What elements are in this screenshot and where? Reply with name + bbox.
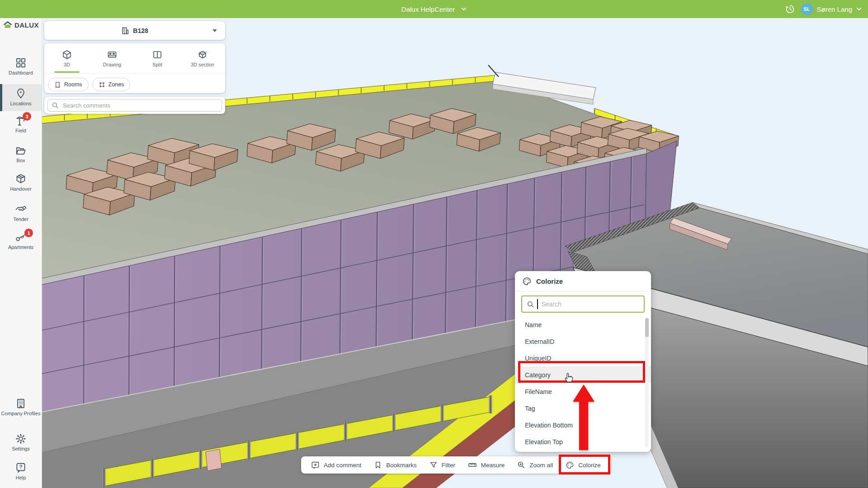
scrollbar-thumb[interactable] — [645, 318, 649, 337]
company-building-icon — [15, 398, 27, 409]
popup-title: Colorize — [536, 277, 563, 285]
avatar: SL — [801, 3, 813, 15]
apartments-badge: 1 — [24, 229, 33, 237]
handshake-icon — [15, 203, 27, 215]
helpcenter-menu[interactable]: Dalux HelpCenter — [0, 0, 868, 18]
sidebar-item-dashboard[interactable]: Dashboard — [0, 57, 42, 76]
text-caret — [537, 299, 538, 309]
list-item-elevation-bottom[interactable]: Elevation Bottom — [515, 417, 651, 433]
svg-text:?: ? — [19, 464, 23, 469]
helpcenter-title: Dalux HelpCenter — [401, 5, 455, 13]
colorize-button[interactable]: Colorize — [559, 456, 607, 474]
bookmarks-button[interactable]: Bookmarks — [368, 456, 423, 474]
sidebar-item-help[interactable]: ? Help — [0, 462, 42, 481]
tab-split[interactable]: Split — [135, 43, 180, 73]
sidebar-item-field[interactable]: Field — [0, 115, 42, 134]
logo-text: DALUX — [14, 21, 39, 29]
zones-filter-button[interactable]: Zones — [92, 78, 131, 91]
sidebar: DALUX Dashboard Locations Field 3 Box — [0, 18, 42, 488]
list-item-uniqueid[interactable]: UniqueID — [515, 350, 651, 366]
zone-marquee-icon — [99, 81, 105, 88]
sidebar-item-handover[interactable]: Handover — [0, 173, 42, 192]
list-item-name[interactable]: Name — [515, 316, 651, 333]
search-comments-input[interactable] — [62, 102, 222, 109]
chevron-down-icon — [461, 7, 467, 11]
tab-drawing[interactable]: Drawing — [90, 43, 135, 73]
cube-3d-icon — [61, 49, 72, 60]
zoom-all-icon — [517, 461, 525, 469]
viewer-toolbar: Add comment Bookmarks Filter Measure Zoo… — [301, 456, 611, 474]
filter-button[interactable]: Filter — [423, 456, 462, 474]
sidebar-item-company-profiles[interactable]: Company Profiles — [0, 398, 42, 417]
list-item-tag[interactable]: Tag — [515, 400, 651, 417]
bookmark-icon — [374, 461, 382, 469]
popup-search-box — [521, 296, 645, 313]
building-selector[interactable]: B128 — [44, 21, 225, 40]
building-icon — [121, 27, 129, 35]
sidebar-item-box[interactable]: Box — [0, 145, 42, 164]
top-bar: Dalux HelpCenter SL Søren Lang — [0, 0, 868, 18]
ruler-icon — [468, 460, 477, 469]
history-icon[interactable] — [785, 4, 795, 14]
rooms-filter-button[interactable]: Rooms — [48, 78, 89, 91]
popup-scrollbar[interactable] — [645, 317, 649, 447]
active-tab-underline — [54, 71, 80, 73]
search-icon — [52, 102, 59, 109]
add-comment-icon — [311, 461, 320, 469]
split-view-icon — [152, 49, 163, 60]
help-icon: ? — [15, 462, 27, 474]
list-item-externalid[interactable]: ExternalID — [515, 333, 651, 350]
dashboard-icon — [15, 57, 27, 69]
measure-button[interactable]: Measure — [462, 456, 511, 474]
cube-section-icon — [197, 49, 208, 60]
dalux-logo[interactable]: DALUX — [0, 21, 42, 29]
comments-search-card — [44, 97, 225, 114]
user-name: Søren Lang — [817, 5, 852, 13]
zoom-all-button[interactable]: Zoom all — [511, 456, 559, 474]
add-comment-button[interactable]: Add comment — [305, 456, 368, 474]
sidebar-item-locations[interactable]: Locations — [0, 84, 42, 111]
list-item-category[interactable]: Category — [515, 366, 651, 383]
search-icon — [527, 300, 534, 308]
dropdown-caret-icon — [212, 29, 217, 32]
property-list: Name ExternalID UniqueID Category FileNa… — [515, 316, 651, 450]
user-menu[interactable]: SL Søren Lang — [801, 3, 862, 15]
tab-3d-section[interactable]: 3D section — [180, 43, 225, 73]
sidebar-item-tender[interactable]: Tender — [0, 203, 42, 222]
location-pin-icon — [15, 88, 27, 99]
filter-icon — [429, 461, 438, 469]
palette-icon — [566, 461, 574, 469]
field-badge: 3 — [23, 112, 31, 121]
sidebar-item-settings[interactable]: Settings — [0, 433, 42, 452]
door-icon — [54, 81, 61, 88]
sidebar-item-apartments[interactable]: Apartments — [0, 231, 42, 250]
popup-search-input[interactable] — [541, 300, 644, 308]
folder-icon — [15, 145, 27, 156]
list-item-elevation-top[interactable]: Elevation Top — [515, 433, 651, 450]
selected-indicator — [0, 84, 2, 111]
palette-icon — [522, 277, 532, 286]
drawing-icon — [107, 49, 118, 60]
list-item-filename[interactable]: FileName — [515, 383, 651, 400]
handover-box-icon — [15, 173, 27, 185]
building-name: B128 — [133, 27, 148, 34]
tab-3d[interactable]: 3D — [44, 43, 90, 73]
view-mode-card: 3D Drawing Split 3D section — [44, 43, 225, 93]
gear-icon — [15, 433, 27, 445]
dalux-house-icon — [3, 21, 13, 29]
colorize-popup: Colorize Name ExternalID UniqueID Catego… — [515, 271, 651, 452]
chevron-down-icon — [856, 7, 862, 11]
